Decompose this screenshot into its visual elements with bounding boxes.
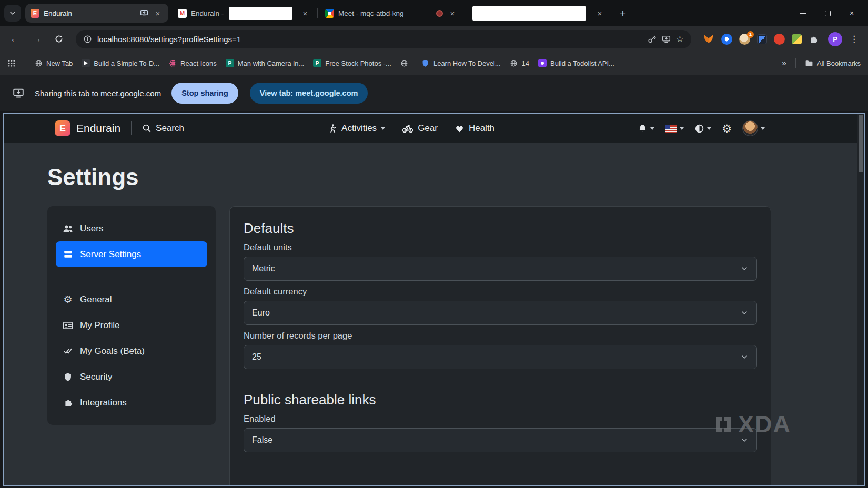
close-window-button[interactable]: × [840,0,864,26]
bookmark-learn-dev[interactable]: Learn How To Devel... [421,59,501,67]
apps-grid-icon[interactable] [7,59,16,67]
site-info-icon[interactable] [83,35,92,44]
sharing-message: Sharing this tab to meet.google.com [35,89,161,98]
pexels-icon: P [226,59,234,67]
user-menu[interactable] [742,120,765,136]
bookmarks-divider [25,58,25,68]
blue-extension-icon[interactable] [721,34,732,45]
default-currency-select[interactable]: Euro [244,301,757,325]
endurain-logo-icon: E [55,120,70,136]
metamask-icon[interactable] [703,33,714,45]
red-extension-icon[interactable] [774,34,785,45]
nav-gear-label: Gear [418,123,438,134]
default-units-select[interactable]: Metric [244,257,757,281]
sidebar-item-my-goals[interactable]: My Goals (Beta) [56,338,207,364]
tab-close-button[interactable]: × [447,8,458,18]
tab-title: Endurain - [191,9,224,17]
browser-profile-avatar[interactable]: P [828,32,842,46]
brand[interactable]: E Endurain [55,120,120,136]
sidebar-item-general[interactable]: ⚙ General [56,287,207,312]
folder-icon [805,59,813,67]
tab-gmail-endurain[interactable]: M Endurain - × [173,4,316,23]
redaction-box [472,6,586,21]
theme-menu[interactable] [694,124,711,134]
scrollbar-thumb[interactable] [859,115,863,172]
navbar-divider [131,121,132,135]
extensions-puzzle-icon[interactable] [809,34,819,44]
tab-endurain[interactable]: E Endurain × [25,4,168,23]
endurain-favicon: E [31,9,39,18]
caret-down-icon [761,127,765,130]
extensions-area: 1 [699,33,823,45]
nav-gear[interactable]: Gear [402,123,438,134]
bookmark-label: New Tab [46,59,73,67]
reload-button[interactable] [49,29,68,48]
tab-close-button[interactable]: × [594,8,605,18]
sidebar-item-users[interactable]: Users [56,216,207,241]
chevron-down-icon [740,309,749,317]
nav-activities[interactable]: Activities [327,123,385,134]
extension-badge: 1 [747,31,754,38]
tab-search-button[interactable] [4,5,21,22]
window-controls: × [791,0,864,26]
theme-half-circle-icon [694,124,704,134]
bookmark-14[interactable]: 14 [510,59,529,67]
save-share-icon[interactable] [662,35,671,44]
bookmark-favicon [82,59,90,67]
records-per-page-select[interactable]: 25 [244,345,757,369]
browser-menu-kebab-icon[interactable]: ⋮ [845,34,863,45]
settings-gear-icon[interactable]: ⚙ [722,123,732,134]
search-button[interactable]: Search [142,123,184,134]
tab-redacted[interactable]: × [467,4,610,23]
tab-meet[interactable]: Meet - mqc-atbd-kng × [320,4,463,23]
all-bookmarks-button[interactable]: All Bookmarks [805,59,861,67]
bookmark-todolist-api[interactable]: Build a Todolist API... [538,59,614,67]
url-text[interactable]: localhost:8080/settings?profileSettings=… [97,35,642,44]
settings-page: Settings Users Server Settings [4,164,864,486]
bookmark-react-icons[interactable]: React Icons [168,59,217,67]
bookmark-new-tab[interactable]: New Tab [34,59,73,67]
bookmark-free-stock[interactable]: P Free Stock Photos -... [313,59,391,67]
sidebar-item-server-settings[interactable]: Server Settings [56,241,207,267]
tab-close-button[interactable]: × [153,8,163,18]
back-button[interactable]: ← [5,29,24,48]
tab-sharing-bar: Sharing this tab to meet.google.com Stop… [0,75,868,111]
view-tab-button[interactable]: View tab: meet.google.com [250,83,368,104]
password-key-icon[interactable] [648,35,657,44]
stop-sharing-button[interactable]: Stop sharing [171,83,238,104]
new-tab-button[interactable]: + [614,5,631,22]
forward-button[interactable]: → [27,29,46,48]
brand-name: Endurain [76,122,120,135]
maximize-button[interactable] [815,0,840,26]
notifications-menu[interactable] [638,124,654,134]
dark-extension-icon[interactable] [757,34,767,44]
tab-close-button[interactable]: × [300,8,310,18]
server-icon [62,249,74,259]
sidebar-item-my-profile[interactable]: My Profile [56,312,207,338]
bookmark-label: React Icons [180,59,217,67]
select-value: Metric [252,264,275,273]
reload-icon [54,34,64,44]
green-extension-icon[interactable] [792,34,802,44]
language-menu[interactable] [665,125,684,133]
bookmark-build-todo[interactable]: Build a Simple To-D... [82,59,159,67]
address-bar[interactable]: localhost:8080/settings?profileSettings=… [76,30,691,48]
records-per-page-label: Number of records per page [244,331,757,341]
bookmark-label: Man with Camera in... [238,59,304,67]
enabled-select[interactable]: False [244,428,757,452]
nav-health[interactable]: Health [455,123,494,134]
bookmark-untitled[interactable] [400,59,412,67]
section-title-defaults: Defaults [244,220,757,237]
bookmarks-overflow-icon[interactable]: » [782,58,786,68]
sidebar-item-integrations[interactable]: Integrations [56,390,207,415]
select-value: Euro [252,308,270,318]
id-card-icon [62,320,74,331]
extension-with-badge-icon[interactable]: 1 [739,34,750,45]
bicycle-icon [402,123,413,134]
bookmark-man-camera[interactable]: P Man with Camera in... [226,59,304,67]
page-scrollbar[interactable] [857,114,864,485]
minimize-button[interactable] [791,0,815,26]
bookmarks-bar: New Tab Build a Simple To-D... React Ico… [0,52,868,75]
bookmark-star-icon[interactable]: ☆ [676,35,684,44]
chevron-down-icon [740,353,749,361]
